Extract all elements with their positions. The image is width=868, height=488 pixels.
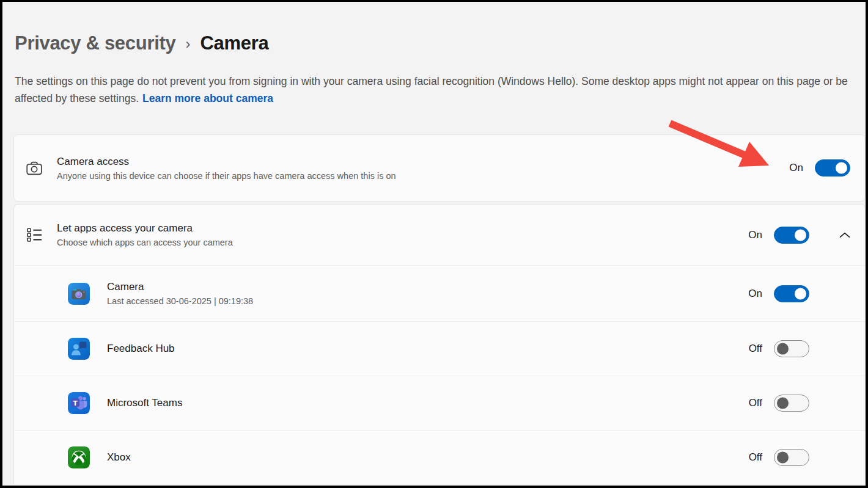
app-teams-name: Microsoft Teams [107, 397, 182, 409]
camera-access-card: Camera access Anyone using this device c… [13, 134, 866, 202]
expand-collapse-button[interactable] [821, 232, 850, 238]
let-apps-controls: On [745, 227, 850, 244]
app-feedback-controls: Off [745, 340, 850, 357]
let-apps-texts: Let apps access your camera Choose which… [57, 222, 233, 247]
camera-access-subtitle: Anyone using this device can choose if t… [57, 171, 396, 181]
breadcrumb-parent[interactable]: Privacy & security [15, 32, 175, 54]
let-apps-toggle-label: On [745, 229, 762, 241]
app-xbox-controls: Off [745, 449, 850, 466]
teams-icon: T [68, 392, 90, 414]
let-apps-card: Let apps access your camera Choose which… [13, 204, 866, 484]
app-camera-controls: On [745, 285, 850, 302]
camera-app-icon [68, 283, 90, 305]
xbox-icon [68, 446, 90, 468]
toggle-knob [777, 452, 789, 464]
let-apps-toggle[interactable] [774, 227, 809, 244]
camera-outline-icon [26, 161, 42, 175]
camera-access-texts: Camera access Anyone using this device c… [57, 156, 396, 181]
camera-access-title: Camera access [57, 156, 396, 168]
page-title: Camera [200, 32, 268, 54]
app-camera-name: Camera [107, 281, 253, 293]
camera-access-toggle[interactable] [815, 159, 850, 177]
let-apps-title: Let apps access your camera [57, 222, 233, 235]
breadcrumb: Privacy & security › Camera [15, 32, 853, 54]
app-feedback-toggle-label: Off [745, 343, 762, 355]
toggle-knob [795, 229, 806, 241]
camera-access-controls: On [786, 159, 850, 177]
toggle-knob [795, 288, 806, 299]
feedback-hub-icon [68, 338, 90, 360]
app-feedback-name: Feedback Hub [107, 343, 175, 355]
chevron-up-icon [839, 232, 850, 238]
app-list-icon [26, 228, 42, 242]
app-teams-toggle[interactable] [774, 395, 809, 412]
app-feedback-texts: Feedback Hub [107, 343, 175, 355]
page-description: The settings on this page do not prevent… [15, 73, 853, 107]
app-xbox-texts: Xbox [107, 451, 131, 464]
camera-access-row: Camera access Anyone using this device c… [14, 135, 865, 201]
svg-text:T: T [73, 399, 78, 407]
app-camera-toggle[interactable] [774, 285, 809, 302]
let-apps-subtitle: Choose which apps can access your camera [57, 238, 233, 247]
app-xbox-toggle-label: Off [745, 451, 762, 464]
let-apps-header-row[interactable]: Let apps access your camera Choose which… [14, 205, 865, 265]
toggle-knob [836, 162, 847, 174]
learn-more-link[interactable]: Learn more about camera [142, 92, 273, 104]
app-xbox-name: Xbox [107, 451, 131, 464]
toggle-knob [777, 343, 789, 355]
app-row-feedback-hub: Feedback Hub Off [14, 321, 865, 376]
app-camera-last-accessed: Last accessed 30-06-2025 | 09:19:38 [107, 296, 253, 306]
app-teams-toggle-label: Off [745, 397, 762, 409]
app-teams-controls: Off [745, 395, 850, 412]
breadcrumb-separator-icon: › [185, 34, 190, 53]
toggle-knob [777, 398, 789, 409]
settings-page: Privacy & security › Camera The settings… [2, 2, 866, 486]
description-text: The settings on this page do not prevent… [15, 75, 848, 104]
app-row-camera: Camera Last accessed 30-06-2025 | 09:19:… [14, 265, 865, 321]
app-camera-toggle-label: On [745, 288, 762, 300]
app-xbox-toggle[interactable] [774, 449, 809, 466]
app-camera-texts: Camera Last accessed 30-06-2025 | 09:19:… [107, 281, 253, 306]
camera-access-toggle-label: On [786, 162, 803, 174]
app-row-teams: T Microsoft Teams Off [14, 376, 865, 430]
app-teams-texts: Microsoft Teams [107, 397, 182, 409]
app-feedback-toggle[interactable] [774, 340, 809, 357]
app-row-xbox: Xbox Off [14, 430, 865, 484]
